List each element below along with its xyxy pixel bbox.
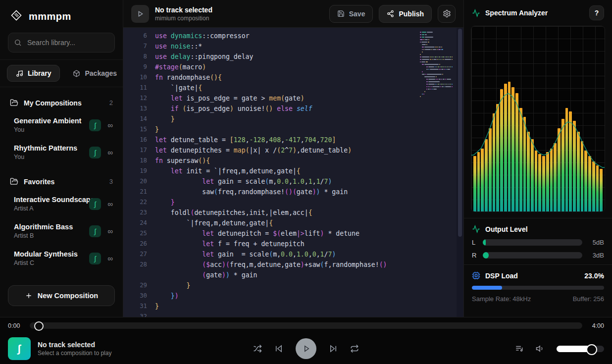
player-bar: ∫ No track selected Select a composition… xyxy=(0,334,612,364)
new-composition-button[interactable]: New Composition xyxy=(8,285,115,306)
volume-slider[interactable] xyxy=(557,346,604,352)
code-line[interactable]: 8use delay::pingpong_delay xyxy=(123,52,463,62)
repeat-icon xyxy=(350,344,359,353)
save-button[interactable]: Save xyxy=(329,5,373,23)
section-title: Favorites xyxy=(24,178,54,186)
code-line[interactable]: (gate)) * gain xyxy=(123,270,463,280)
line-number: 13 xyxy=(123,104,155,114)
code-text: ($acc)(freq,m,detune,gate)+saw(f,randomp… xyxy=(155,260,387,270)
share-icon xyxy=(387,10,394,17)
code-line[interactable]: 32 xyxy=(123,312,463,317)
code-line[interactable]: 25 let detunepitch = $(elem|>lift) * det… xyxy=(123,228,463,239)
composition-item[interactable]: Rhythmic PatternsYou∫∞ xyxy=(0,139,123,166)
code-line[interactable]: 26 let f = freq + detunepitch xyxy=(123,239,463,249)
gear-icon xyxy=(443,9,451,18)
app-window: mmmpm Library Packages My Compositions2G… xyxy=(0,0,612,364)
line-number: 15 xyxy=(123,124,155,135)
timeline-scrubber[interactable] xyxy=(34,321,44,331)
code-line[interactable]: 13 if (is_pos_edge) unoise!() else self xyxy=(123,104,463,114)
line-number: 21 xyxy=(123,187,155,197)
code-line[interactable]: 6use dynamics::compressor xyxy=(123,31,463,41)
composition-item[interactable]: Generative AmbientYou∫∞ xyxy=(0,111,123,139)
code-text: fn randomphase(){ xyxy=(155,72,222,83)
track-thumbnail xyxy=(131,5,149,23)
cpu-icon xyxy=(472,271,480,280)
code-line[interactable]: 20 let gain = scale(m,0.0,1.0,1,1/7) xyxy=(123,176,463,187)
code-line[interactable]: 22 } xyxy=(123,197,463,208)
code-line[interactable]: 27 let gain = scale(m,0.0,1.0,0,1/7) xyxy=(123,249,463,260)
code-line[interactable]: 17let detunepitches = map(|x| x /(2^7),d… xyxy=(123,145,463,156)
code-line[interactable]: 11 `|gate|{ xyxy=(123,83,463,93)
queue-button[interactable] xyxy=(515,344,524,353)
code-line[interactable]: 19 let init = `|freq,m,detune,gate|{ xyxy=(123,166,463,176)
code-line[interactable]: 18fn supersaw(){ xyxy=(123,156,463,166)
code-line[interactable]: 9#stage(macro) xyxy=(123,62,463,72)
play-icon xyxy=(302,344,310,353)
code-text: `|gate|{ xyxy=(155,83,202,93)
code-text: } xyxy=(155,124,159,135)
code-line[interactable]: 23 foldl(detunepitches,init,|elem,acc|{ xyxy=(123,208,463,218)
tab-library[interactable]: Library xyxy=(7,65,60,82)
queue-list-icon xyxy=(515,344,524,353)
line-number: 28 xyxy=(123,260,155,270)
code-line[interactable]: 31} xyxy=(123,301,463,312)
tab-packages[interactable]: Packages xyxy=(64,65,126,82)
code-line[interactable]: 29 } xyxy=(123,280,463,291)
logo-row: mmmpm xyxy=(0,0,123,31)
composition-item[interactable]: Algorithmic BassArtist B∫∞ xyxy=(0,217,123,245)
code-line[interactable]: 14 } xyxy=(123,114,463,124)
editor-minimap[interactable] xyxy=(420,32,453,101)
track-subtitle: mimium composition xyxy=(155,15,212,22)
settings-button[interactable] xyxy=(438,5,456,23)
volume-knob[interactable] xyxy=(586,344,597,355)
composition-item[interactable]: Modular SynthesisArtist C∫∞ xyxy=(0,245,123,272)
volume-button[interactable] xyxy=(536,344,545,353)
item-text: Interactive SoundscapeArtist A xyxy=(14,196,89,212)
sidebar-tabs: Library Packages xyxy=(0,59,123,87)
code-line[interactable]: 30 }) xyxy=(123,291,463,301)
sample-rate-label: Sample Rate: 48kHz xyxy=(472,295,531,303)
dsp-load-value: 23.0% xyxy=(584,272,604,280)
code-line[interactable]: 24 `|freq,m,detune,gate|{ xyxy=(123,218,463,228)
code-line[interactable]: 10fn randomphase(){ xyxy=(123,72,463,83)
line-number: 14 xyxy=(123,114,155,124)
composition-item[interactable]: Interactive SoundscapeArtist A∫∞ xyxy=(0,190,123,217)
code-line[interactable]: 21 saw(freq,randomphase!()(gate)) * gain xyxy=(123,187,463,197)
code-line[interactable]: 16let detune_table = [128,-128,408,-417,… xyxy=(123,135,463,145)
meter-left-value: 5dB xyxy=(587,239,604,246)
timeline-track[interactable] xyxy=(30,322,582,329)
code-text: fn supersaw(){ xyxy=(155,156,210,166)
line-number: 16 xyxy=(123,135,155,145)
spectrum-canvas xyxy=(471,26,605,212)
code-line[interactable]: 12 let is_pos_edge = gate > mem(gate) xyxy=(123,93,463,104)
repeat-button[interactable] xyxy=(350,344,359,353)
code-line[interactable]: 28 ($acc)(freq,m,detune,gate)+saw(f,rand… xyxy=(123,260,463,270)
publish-button[interactable]: Publish xyxy=(379,5,432,23)
line-number: 17 xyxy=(123,145,155,156)
code-line[interactable]: 7use noise::* xyxy=(123,41,463,52)
item-subtitle: You xyxy=(14,126,89,133)
next-button[interactable] xyxy=(329,344,338,353)
meter-right-track xyxy=(483,252,582,259)
mimium-badge-icon: ∫ xyxy=(89,225,101,237)
output-level-title: Output Level xyxy=(485,225,528,233)
code-rows: 6use dynamics::compressor7use noise::*8u… xyxy=(123,28,463,317)
code-editor[interactable]: 6use dynamics::compressor7use noise::*8u… xyxy=(123,28,463,317)
previous-button[interactable] xyxy=(274,344,283,353)
shuffle-button[interactable] xyxy=(253,344,262,353)
line-number: 19 xyxy=(123,166,155,176)
section-count: 3 xyxy=(109,178,113,185)
code-text: saw(freq,randomphase!()(gate)) * gain xyxy=(155,187,348,197)
editor-scrollbar[interactable] xyxy=(457,28,463,317)
play-button[interactable] xyxy=(296,338,316,359)
section-header[interactable]: My Compositions2 xyxy=(0,94,123,111)
section-header[interactable]: Favorites3 xyxy=(0,173,123,190)
code-line[interactable]: 15} xyxy=(123,124,463,135)
search-input[interactable] xyxy=(8,33,115,52)
player-right-controls xyxy=(515,344,604,353)
help-button[interactable]: ? xyxy=(589,5,604,20)
meter-right-value: 3dB xyxy=(587,252,604,259)
scrollbar-thumb[interactable] xyxy=(458,29,462,237)
item-title: Interactive Soundscape xyxy=(14,196,89,204)
item-text: Generative AmbientYou xyxy=(14,117,89,133)
